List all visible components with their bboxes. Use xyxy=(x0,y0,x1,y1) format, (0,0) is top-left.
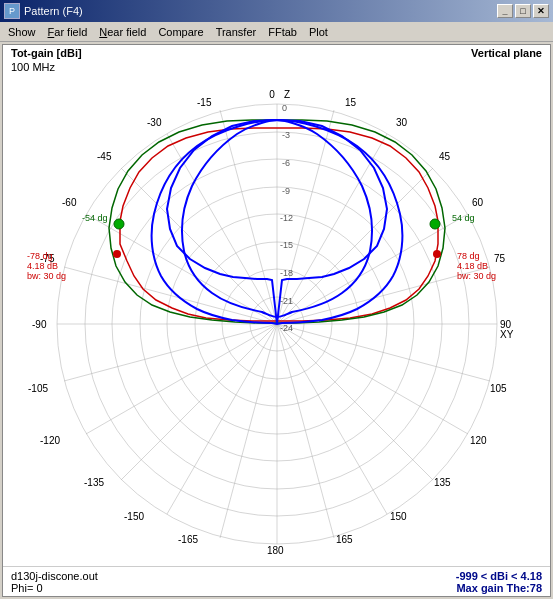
svg-text:-9: -9 xyxy=(282,186,290,196)
svg-text:0: 0 xyxy=(282,103,287,113)
svg-text:75: 75 xyxy=(494,253,506,264)
svg-text:-15: -15 xyxy=(197,97,212,108)
y-axis-label: Tot-gain [dBi] xyxy=(11,47,82,59)
svg-text:45: 45 xyxy=(439,151,451,162)
polar-chart: 0 Z 15 30 45 60 75 90 105 120 135 150 16… xyxy=(3,75,550,566)
svg-point-77 xyxy=(433,250,441,258)
plane-label: Vertical plane xyxy=(471,47,542,59)
svg-text:120: 120 xyxy=(470,435,487,446)
svg-text:180: 180 xyxy=(267,545,284,556)
svg-text:-135: -135 xyxy=(84,477,104,488)
svg-text:bw: 30 dg: bw: 30 dg xyxy=(457,271,496,281)
svg-text:Z: Z xyxy=(283,89,289,100)
svg-text:-18: -18 xyxy=(280,268,293,278)
menu-plot[interactable]: Plot xyxy=(303,24,334,40)
menu-compare[interactable]: Compare xyxy=(152,24,209,40)
menu-farfield[interactable]: Far field xyxy=(42,24,94,40)
status-left: d130j-discone.out Phi= 0 xyxy=(11,570,98,594)
window-title: Pattern (F4) xyxy=(24,5,83,17)
svg-text:bw: 30 dg: bw: 30 dg xyxy=(27,271,66,281)
svg-text:105: 105 xyxy=(490,383,507,394)
menu-transfer[interactable]: Transfer xyxy=(210,24,263,40)
svg-text:-60: -60 xyxy=(62,197,77,208)
svg-text:XY: XY xyxy=(500,329,514,340)
svg-point-66 xyxy=(114,219,124,229)
svg-text:-3: -3 xyxy=(282,130,290,140)
menu-show[interactable]: Show xyxy=(2,24,42,40)
window-icon: P xyxy=(4,3,20,19)
svg-text:0: 0 xyxy=(269,89,275,100)
max-gain-label: Max gain The:78 xyxy=(456,582,542,594)
menu-bar: Show Far field Near field Compare Transf… xyxy=(0,22,553,42)
plot-area: Tot-gain [dBi] Vertical plane 100 MHz xyxy=(2,44,551,597)
svg-text:-90: -90 xyxy=(32,319,47,330)
gain-range-label: -999 < dBi < 4.18 xyxy=(456,570,542,582)
svg-text:15: 15 xyxy=(345,97,357,108)
svg-text:165: 165 xyxy=(336,534,353,545)
svg-text:135: 135 xyxy=(434,477,451,488)
svg-text:54 dg: 54 dg xyxy=(452,213,475,223)
svg-text:4.18 dB: 4.18 dB xyxy=(27,261,58,271)
svg-text:-150: -150 xyxy=(124,511,144,522)
svg-point-76 xyxy=(113,250,121,258)
minimize-button[interactable]: _ xyxy=(497,4,513,18)
close-button[interactable]: ✕ xyxy=(533,4,549,18)
svg-text:4.18 dB: 4.18 dB xyxy=(457,261,488,271)
top-labels: Tot-gain [dBi] Vertical plane xyxy=(3,47,550,59)
svg-text:-21: -21 xyxy=(280,296,293,306)
svg-text:30: 30 xyxy=(396,117,408,128)
menu-nearfield[interactable]: Near field xyxy=(93,24,152,40)
svg-text:-24: -24 xyxy=(280,323,293,333)
svg-text:-165: -165 xyxy=(178,534,198,545)
phi-label: Phi= 0 xyxy=(11,582,98,594)
svg-text:-105: -105 xyxy=(28,383,48,394)
menu-fftab[interactable]: FFtab xyxy=(262,24,303,40)
svg-text:-12: -12 xyxy=(280,213,293,223)
svg-text:78 dg: 78 dg xyxy=(457,251,480,261)
status-bar: d130j-discone.out Phi= 0 -999 < dBi < 4.… xyxy=(3,566,550,596)
svg-text:-45: -45 xyxy=(97,151,112,162)
svg-text:-15: -15 xyxy=(280,240,293,250)
filename-label: d130j-discone.out xyxy=(11,570,98,582)
svg-text:-120: -120 xyxy=(40,435,60,446)
svg-text:-6: -6 xyxy=(282,158,290,168)
maximize-button[interactable]: □ xyxy=(515,4,531,18)
svg-text:150: 150 xyxy=(390,511,407,522)
title-bar: P Pattern (F4) _ □ ✕ xyxy=(0,0,553,22)
svg-text:-30: -30 xyxy=(147,117,162,128)
svg-point-67 xyxy=(430,219,440,229)
svg-text:-78 dg: -78 dg xyxy=(27,251,53,261)
status-right: -999 < dBi < 4.18 Max gain The:78 xyxy=(456,570,542,594)
window-controls: _ □ ✕ xyxy=(497,4,549,18)
svg-text:60: 60 xyxy=(472,197,484,208)
svg-text:-54 dg: -54 dg xyxy=(82,213,108,223)
